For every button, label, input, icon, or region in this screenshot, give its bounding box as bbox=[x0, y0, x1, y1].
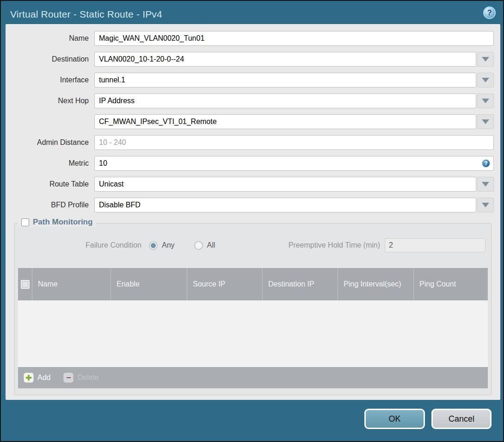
chevron-down-icon bbox=[482, 203, 489, 207]
column-header-ping-count[interactable]: Ping Count bbox=[413, 268, 488, 300]
radio-any[interactable] bbox=[149, 241, 158, 250]
radio-all[interactable] bbox=[194, 241, 203, 250]
path-monitoring-checkbox[interactable] bbox=[21, 218, 29, 226]
form-row-name: Name bbox=[6, 31, 494, 46]
form-row-next-hop: Next Hop bbox=[6, 93, 494, 108]
metric-help-icon[interactable]: ? bbox=[482, 159, 490, 168]
failure-condition-all-option: All bbox=[194, 241, 215, 250]
form-row-bfd-profile: BFD Profile bbox=[6, 198, 494, 212]
form-panel: Name Destination Interface Next Hop bbox=[6, 24, 500, 400]
failure-condition-any-option: Any bbox=[149, 241, 175, 250]
form-row-next-hop-address bbox=[6, 114, 494, 129]
next-hop-type-input[interactable] bbox=[94, 93, 476, 108]
table-header-row: Name Enable Source IP Destination IP Pin… bbox=[18, 268, 488, 300]
path-monitoring-legend: Path Monitoring bbox=[18, 218, 96, 227]
next-hop-dropdown-button[interactable] bbox=[477, 93, 494, 108]
next-hop-address-dropdown-button[interactable] bbox=[477, 114, 494, 129]
ok-button[interactable]: OK bbox=[364, 409, 425, 429]
delete-icon: − bbox=[63, 373, 74, 383]
metric-label: Metric bbox=[6, 159, 94, 168]
table-footer-toolbar: ✚ Add − Delete bbox=[18, 367, 488, 388]
dialog-titlebar: Virtual Router - Static Route - IPv4 ? bbox=[6, 5, 498, 24]
chevron-down-icon bbox=[482, 119, 489, 124]
delete-button-label: Delete bbox=[77, 374, 98, 382]
next-hop-address-input[interactable] bbox=[94, 114, 476, 129]
form-row-route-table: Route Table bbox=[6, 177, 494, 192]
destination-input[interactable] bbox=[94, 52, 476, 67]
radio-any-label: Any bbox=[162, 241, 175, 249]
interface-label: Interface bbox=[6, 76, 94, 84]
destination-dropdown-button[interactable] bbox=[477, 52, 494, 67]
admin-distance-input[interactable] bbox=[94, 135, 494, 150]
delete-button[interactable]: − Delete bbox=[63, 373, 98, 383]
chevron-down-icon bbox=[482, 182, 489, 187]
table-body-empty bbox=[18, 300, 488, 367]
column-header-enable[interactable]: Enable bbox=[111, 268, 187, 300]
add-button-label: Add bbox=[37, 374, 50, 382]
column-header-source-ip[interactable]: Source IP bbox=[187, 268, 262, 300]
destination-label: Destination bbox=[6, 55, 94, 63]
table-header-checkbox-cell bbox=[18, 268, 32, 300]
interface-dropdown-button[interactable] bbox=[477, 73, 494, 87]
preemptive-hold-time-label: Preemptive Hold Time (min) bbox=[289, 241, 380, 249]
preemptive-hold-time-input[interactable] bbox=[385, 238, 486, 252]
route-table-dropdown-button[interactable] bbox=[477, 177, 494, 192]
form-row-admin-distance: Admin Distance bbox=[6, 135, 494, 150]
chevron-down-icon bbox=[482, 78, 489, 82]
bfd-profile-label: BFD Profile bbox=[6, 201, 94, 209]
bfd-profile-input[interactable] bbox=[94, 198, 476, 212]
name-label: Name bbox=[6, 34, 94, 43]
admin-distance-label: Admin Distance bbox=[6, 138, 94, 147]
interface-input[interactable] bbox=[94, 73, 476, 87]
route-table-label: Route Table bbox=[6, 180, 94, 188]
chevron-down-icon bbox=[482, 99, 489, 103]
form-row-interface: Interface bbox=[6, 73, 494, 87]
bfd-profile-dropdown-button[interactable] bbox=[477, 198, 494, 212]
dialog-window: Virtual Router - Static Route - IPv4 ? N… bbox=[0, 0, 504, 442]
help-icon[interactable]: ? bbox=[483, 6, 496, 19]
add-button[interactable]: ✚ Add bbox=[24, 373, 50, 383]
form-row-destination: Destination bbox=[6, 52, 494, 67]
form-row-metric: Metric ? bbox=[6, 156, 494, 171]
path-monitoring-table: Name Enable Source IP Destination IP Pin… bbox=[18, 268, 488, 388]
metric-input[interactable] bbox=[94, 156, 494, 171]
column-header-ping-interval[interactable]: Ping Interval(sec) bbox=[338, 268, 413, 300]
route-table-input[interactable] bbox=[94, 177, 476, 192]
path-monitoring-title: Path Monitoring bbox=[33, 218, 92, 227]
radio-all-label: All bbox=[207, 241, 215, 249]
failure-condition-label: Failure Condition bbox=[20, 241, 141, 249]
radio-dot bbox=[151, 243, 156, 248]
next-hop-label: Next Hop bbox=[6, 97, 94, 105]
column-header-name[interactable]: Name bbox=[32, 268, 111, 300]
name-input[interactable] bbox=[94, 31, 494, 46]
chevron-down-icon bbox=[482, 57, 489, 62]
cancel-button[interactable]: Cancel bbox=[431, 409, 492, 429]
select-all-checkbox[interactable] bbox=[21, 280, 30, 289]
column-header-destination-ip[interactable]: Destination IP bbox=[262, 268, 338, 300]
add-icon: ✚ bbox=[24, 373, 34, 383]
failure-condition-row: Failure Condition Any All Preemptive Hol… bbox=[15, 238, 491, 252]
path-monitoring-section: Path Monitoring Failure Condition Any Al… bbox=[14, 223, 492, 395]
dialog-title: Virtual Router - Static Route - IPv4 bbox=[10, 9, 162, 20]
